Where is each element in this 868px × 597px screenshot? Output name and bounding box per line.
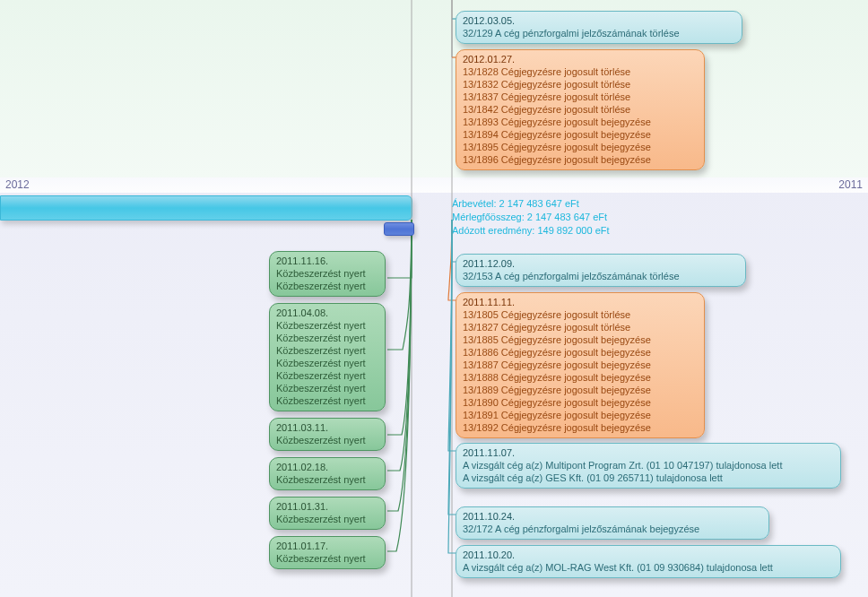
event-box[interactable]: 2012.01.27.13/1828 Cégjegyzésre jogosult… xyxy=(456,49,705,170)
event-box-date: 2011.03.11. xyxy=(276,421,378,434)
event-box-line: Közbeszerzést nyert xyxy=(276,382,378,394)
event-box-line: 13/1832 Cégjegyzésre jogosult törlése xyxy=(463,78,698,91)
event-box-line: 13/1885 Cégjegyzésre jogosult bejegyzése xyxy=(463,333,698,346)
financial-profit-value: 149 892 000 eFt xyxy=(537,225,609,236)
event-box-line: 13/1896 Cégjegyzésre jogosult bejegyzése xyxy=(463,153,698,166)
event-box-date: 2011.10.24. xyxy=(463,510,762,523)
event-box-line: 13/1891 Cégjegyzésre jogosult bejegyzése xyxy=(463,409,698,421)
event-box-line: Közbeszerzést nyert xyxy=(276,513,378,525)
timeline-bar-main xyxy=(0,195,412,221)
event-box-line: 32/172 A cég pénzforgalmi jelzőszámának … xyxy=(463,523,762,535)
event-box[interactable]: 2011.01.31.Közbeszerzést nyert xyxy=(269,497,386,530)
event-box-line: Közbeszerzést nyert xyxy=(276,434,378,446)
event-box-line: 13/1886 Cégjegyzésre jogosult bejegyzése xyxy=(463,346,698,359)
event-box[interactable]: 2011.11.11.13/1805 Cégjegyzésre jogosult… xyxy=(456,292,705,438)
event-box-line: A vizsgált cég a(z) MOL-RAG West Kft. (0… xyxy=(463,561,834,574)
event-box-date: 2011.10.20. xyxy=(463,549,834,561)
financial-revenue-label: Árbevétel: xyxy=(452,198,497,209)
event-box[interactable]: 2011.10.24.32/172 A cég pénzforgalmi jel… xyxy=(456,506,769,540)
event-box-line: Közbeszerzést nyert xyxy=(276,394,378,407)
event-box-line: A vizsgált cég a(z) Multipont Program Zr… xyxy=(463,459,834,472)
event-box-line: Közbeszerzést nyert xyxy=(276,357,378,369)
event-box[interactable]: 2011.11.16.Közbeszerzést nyertKözbeszerz… xyxy=(269,251,386,297)
financial-profit: Adózott eredmény: 149 892 000 eFt xyxy=(452,224,610,238)
event-box-date: 2012.03.05. xyxy=(463,14,735,27)
event-box[interactable]: 2011.11.07. A vizsgált cég a(z) Multipon… xyxy=(456,443,841,489)
year-label-left: 2012 xyxy=(5,178,30,191)
event-box-date: 2011.01.31. xyxy=(276,500,378,513)
event-box-date: 2011.11.07. xyxy=(463,446,834,459)
event-box-date: 2011.04.08. xyxy=(276,307,378,319)
event-box-line: 13/1890 Cégjegyzésre jogosult bejegyzése xyxy=(463,396,698,409)
event-box-line: 13/1837 Cégjegyzésre jogosult törlése xyxy=(463,91,698,103)
event-box-line: 13/1894 Cégjegyzésre jogosult bejegyzése xyxy=(463,128,698,141)
timeline-bar-secondary xyxy=(384,222,414,236)
event-box-date: 2011.01.17. xyxy=(276,540,378,552)
event-box-line: 13/1893 Cégjegyzésre jogosult bejegyzése xyxy=(463,116,698,128)
event-box-line: 13/1895 Cégjegyzésre jogosult bejegyzése xyxy=(463,141,698,153)
financial-revenue: Árbevétel: 2 147 483 647 eFt xyxy=(452,197,610,211)
financial-summary: Árbevétel: 2 147 483 647 eFt Mérlegfőöss… xyxy=(452,197,610,238)
event-box-date: 2012.01.27. xyxy=(463,53,698,65)
event-box-line: 32/153 A cég pénzforgalmi jelzőszámának … xyxy=(463,270,739,282)
financial-balance: Mérlegfőösszeg: 2 147 483 647 eFt xyxy=(452,211,610,224)
event-box-line: 32/129 A cég pénzforgalmi jelzőszámának … xyxy=(463,27,735,39)
financial-balance-label: Mérlegfőösszeg: xyxy=(452,212,525,222)
financial-revenue-value: 2 147 483 647 eFt xyxy=(499,198,579,209)
event-box[interactable]: 2011.03.11.Közbeszerzést nyert xyxy=(269,418,386,451)
event-box-line: 13/1888 Cégjegyzésre jogosult bejegyzése xyxy=(463,371,698,384)
event-box-line: Közbeszerzést nyert xyxy=(276,552,378,565)
event-box-line: Közbeszerzést nyert xyxy=(276,267,378,280)
year-divider-strip xyxy=(0,177,868,193)
event-box-line: Közbeszerzést nyert xyxy=(276,280,378,292)
event-box-line: Közbeszerzést nyert xyxy=(276,332,378,344)
event-box-line: Közbeszerzést nyert xyxy=(276,344,378,357)
event-box-date: 2011.12.09. xyxy=(463,257,739,270)
event-box-line: Közbeszerzést nyert xyxy=(276,369,378,382)
event-box-date: 2011.02.18. xyxy=(276,461,378,473)
event-box-line: 13/1842 Cégjegyzésre jogosult törlése xyxy=(463,103,698,116)
event-box[interactable]: 2012.03.05.32/129 A cég pénzforgalmi jel… xyxy=(456,11,742,44)
financial-balance-value: 2 147 483 647 eFt xyxy=(527,212,607,222)
event-box-line: A vizsgált cég a(z) GES Kft. (01 09 2657… xyxy=(463,472,834,484)
event-box[interactable]: 2011.10.20. A vizsgált cég a(z) MOL-RAG … xyxy=(456,545,841,578)
event-box-date: 2011.11.16. xyxy=(276,255,378,267)
event-box[interactable]: 2011.12.09.32/153 A cég pénzforgalmi jel… xyxy=(456,254,746,287)
event-box[interactable]: 2011.04.08.Közbeszerzést nyertKözbeszerz… xyxy=(269,303,386,411)
event-box-line: 13/1805 Cégjegyzésre jogosult törlése xyxy=(463,308,698,321)
event-box-line: 13/1827 Cégjegyzésre jogosult törlése xyxy=(463,321,698,333)
event-box-line: 13/1889 Cégjegyzésre jogosult bejegyzése xyxy=(463,384,698,396)
financial-profit-label: Adózott eredmény: xyxy=(452,225,534,236)
event-box-line: 13/1887 Cégjegyzésre jogosult bejegyzése xyxy=(463,359,698,371)
event-box[interactable]: 2011.02.18.Közbeszerzést nyert xyxy=(269,457,386,490)
year-label-right: 2011 xyxy=(838,178,863,191)
event-box-line: Közbeszerzést nyert xyxy=(276,473,378,486)
event-box-line: Közbeszerzést nyert xyxy=(276,319,378,332)
event-box[interactable]: 2011.01.17.Közbeszerzést nyert xyxy=(269,536,386,569)
event-box-date: 2011.11.11. xyxy=(463,296,698,308)
event-box-line: 13/1892 Cégjegyzésre jogosult bejegyzése xyxy=(463,421,698,434)
event-box-line: 13/1828 Cégjegyzésre jogosult törlése xyxy=(463,65,698,78)
